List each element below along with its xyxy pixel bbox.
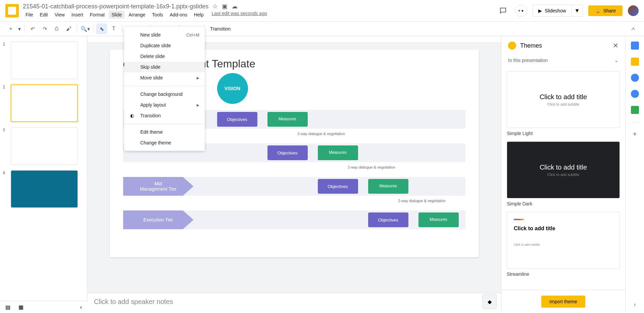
theme-card-subtitle: Click to add subtitle xyxy=(514,243,540,246)
measures-box[interactable]: Measures xyxy=(267,112,308,127)
tier-row-3[interactable]: Mid Management Tier Objectives Measures xyxy=(123,177,465,196)
collapse-toolbar-icon[interactable]: ㅅ xyxy=(628,23,639,34)
new-slide-btn[interactable]: + xyxy=(5,23,16,34)
paint-format-btn[interactable]: 🖌 xyxy=(63,23,74,34)
theme-label: Simple Light xyxy=(507,131,620,136)
keep-icon[interactable] xyxy=(631,58,639,66)
measures-box[interactable]: Measures xyxy=(418,212,459,227)
objectives-box[interactable]: Objectives xyxy=(368,212,408,227)
dd-delete[interactable]: Delete slide xyxy=(124,51,205,62)
slides-logo[interactable] xyxy=(5,4,19,17)
objectives-box[interactable]: Objectives xyxy=(217,112,257,127)
menu-insert[interactable]: Insert xyxy=(69,11,86,19)
theme-card-streamline[interactable]: Click to add title Click to add subtitle xyxy=(507,212,620,269)
dd-skip[interactable]: Skip slide xyxy=(124,62,205,72)
redo-btn[interactable]: ↷ xyxy=(39,23,50,34)
objectives-box[interactable]: Objectives xyxy=(318,179,358,194)
notes-resize-handle[interactable]: ⋯ xyxy=(87,290,501,293)
import-theme-button[interactable]: Import theme xyxy=(541,296,585,308)
share-button[interactable]: 🔒 Share xyxy=(588,5,623,16)
filmstrip-view-icon[interactable]: ▤ xyxy=(5,304,10,310)
measures-box[interactable]: Measures xyxy=(368,179,408,194)
tier-row-4[interactable]: Execution Tier Objectives Measures xyxy=(123,210,465,229)
menu-addons[interactable]: Add-ons xyxy=(167,11,190,19)
close-icon[interactable]: ✕ xyxy=(613,42,618,50)
cloud-icon[interactable]: ☁ xyxy=(232,3,238,10)
tasks-icon[interactable] xyxy=(631,74,639,82)
dd-transition[interactable]: ◐ Transition xyxy=(124,110,205,121)
print-btn[interactable]: ⎙ xyxy=(51,23,62,34)
last-edit[interactable]: Last edit was seconds ago xyxy=(212,11,267,19)
star-icon[interactable]: ☆ xyxy=(212,3,218,10)
dialogue-label[interactable]: 2-way dialogue & negotiation xyxy=(298,132,345,136)
objectives-box[interactable]: Objectives xyxy=(267,145,308,160)
dd-label: Apply layout xyxy=(140,102,166,108)
collapse-panel-icon[interactable]: ‹ xyxy=(80,304,82,310)
dd-move[interactable]: Move slide ▶ xyxy=(124,72,205,83)
header-right: ▼ ▶ Slideshow ▼ 🔒 Share xyxy=(496,4,639,17)
slide-thumb-2[interactable] xyxy=(11,84,78,122)
avatar[interactable] xyxy=(628,5,639,16)
slide-thumb-3[interactable] xyxy=(11,127,78,165)
explore-button[interactable]: ◆ xyxy=(482,294,497,309)
menu-arrange[interactable]: Arrange xyxy=(126,11,148,19)
theme-card-simple-light[interactable]: Click to add title Click to add subtitle xyxy=(507,71,620,128)
themes-list[interactable]: Click to add title Click to add subtitle… xyxy=(501,66,625,290)
transition-btn[interactable]: Transition xyxy=(207,26,233,32)
calendar-icon[interactable] xyxy=(631,42,639,50)
menu-format[interactable]: Format xyxy=(87,11,107,19)
speaker-notes[interactable]: Click to add speaker notes xyxy=(87,293,501,313)
themes-footer: Import theme xyxy=(501,290,625,313)
menu-help[interactable]: Help xyxy=(191,11,206,19)
theme-label: Streamline xyxy=(507,271,620,277)
menu-edit[interactable]: Edit xyxy=(37,11,51,19)
theme-card-subtitle: Click to add subtitle xyxy=(547,102,579,106)
dd-change-theme[interactable]: Change theme xyxy=(124,137,205,148)
menu-slide[interactable]: Slide xyxy=(109,11,125,19)
submenu-arrow-icon: ▶ xyxy=(197,103,199,107)
contacts-icon[interactable] xyxy=(631,90,639,98)
dd-new-slide[interactable]: New slide Ctrl+M xyxy=(124,29,205,40)
add-addon-icon[interactable]: + xyxy=(633,130,637,138)
dd-change-bg[interactable]: Change background xyxy=(124,89,205,100)
slide-panel[interactable]: 1 2 3 4 ▤ ▦ ‹ xyxy=(0,36,87,313)
menu-view[interactable]: View xyxy=(52,11,67,19)
select-tool[interactable]: ⬉ xyxy=(96,23,107,34)
thumb-num: 2 xyxy=(3,84,8,122)
section-label: In this presentation xyxy=(508,58,548,63)
thumb-row-3: 3 xyxy=(3,127,84,165)
undo-btn[interactable]: ↶ xyxy=(27,23,38,34)
slideshow-main[interactable]: ▶ Slideshow xyxy=(533,5,572,16)
theme-card-subtitle: Click to add subtitle xyxy=(547,173,579,177)
slide-thumb-1[interactable] xyxy=(11,42,78,79)
textbox-tool[interactable]: T xyxy=(108,23,119,34)
slideshow-button[interactable]: ▶ Slideshow ▼ xyxy=(533,5,583,17)
measures-box[interactable]: Measures xyxy=(318,145,358,160)
new-slide-dropdown[interactable]: ▾ xyxy=(17,23,21,34)
maps-icon[interactable] xyxy=(631,106,639,114)
themes-section-header[interactable]: In this presentation ⌄ xyxy=(501,55,625,66)
grid-view-icon[interactable]: ▦ xyxy=(18,304,23,310)
tier-arrow-exec[interactable]: Execution Tier xyxy=(123,210,194,229)
play-icon: ▶ xyxy=(538,8,542,13)
menu-file[interactable]: File xyxy=(23,11,36,19)
vision-circle[interactable]: VISION xyxy=(217,73,248,104)
dd-edit-theme[interactable]: Edit theme xyxy=(124,127,205,137)
slide-thumb-4[interactable] xyxy=(11,170,78,208)
dialogue-label[interactable]: 2-way dialogue & negotiation xyxy=(398,199,446,203)
dd-apply-layout[interactable]: Apply layout ▶ xyxy=(124,100,205,110)
menu-tools[interactable]: Tools xyxy=(149,11,166,19)
theme-card-simple-dark[interactable]: Click to add title Click to add subtitle xyxy=(507,141,620,198)
dialogue-label[interactable]: 2-way dialogue & negotiation xyxy=(348,165,395,169)
meet-button[interactable]: ▼ xyxy=(515,5,527,17)
zoom-btn[interactable]: 🔍▾ xyxy=(80,23,91,34)
move-icon[interactable]: ▣ xyxy=(222,3,228,10)
hide-rail-icon[interactable]: › xyxy=(634,302,636,308)
dd-duplicate[interactable]: Duplicate slide xyxy=(124,40,205,51)
comments-icon[interactable] xyxy=(496,4,510,17)
dd-separator xyxy=(124,124,205,124)
svg-rect-0 xyxy=(518,10,520,11)
doc-title[interactable]: 21545-01-catchball-process-powerpoint-te… xyxy=(23,3,208,10)
tier-arrow-mid[interactable]: Mid Management Tier xyxy=(123,177,194,196)
slideshow-dropdown[interactable]: ▼ xyxy=(572,8,583,14)
